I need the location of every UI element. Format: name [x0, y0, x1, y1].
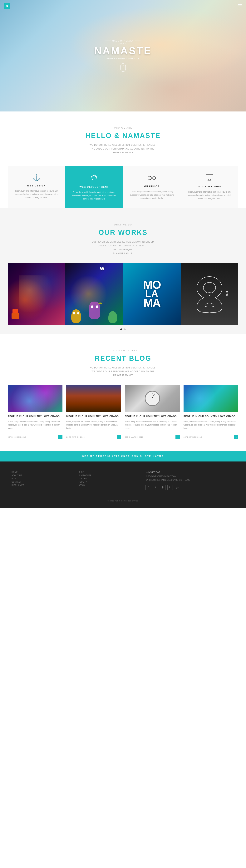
our-works-label: WHAT WE DO: [8, 224, 238, 226]
svg-point-11: [208, 292, 211, 296]
footer-email: INFO@AWESOMECOMPANY.COM: [146, 475, 235, 477]
blog-read-more-3[interactable]: →: [176, 435, 180, 439]
service-graphics[interactable]: GRAPHICS Fresh, lively and informative c…: [123, 166, 181, 208]
footer-col-3: (+1) 5467 765 INFO@AWESOMECOMPANY.COM ON…: [146, 471, 235, 490]
footer-link-freebie[interactable]: FREEBIE: [79, 477, 138, 480]
service-desc-web-dev: Fresh, lively and informative content, i…: [70, 191, 118, 200]
blog-read-more-1[interactable]: →: [58, 435, 62, 439]
footer-link-about[interactable]: ABOUT US: [11, 474, 71, 476]
recent-blog-desc: WE DO NOT BUILD WEBSITES BUT USER EXPERI…: [88, 366, 158, 377]
hero-section: N MADE IN HEAVEN ESTD NAMASTE PROFESSION…: [0, 0, 246, 112]
hero-made-in: MADE IN HEAVEN: [94, 40, 152, 42]
footer-link-disclaimer[interactable]: DISCLAIMER: [11, 484, 71, 486]
footer-link-home[interactable]: HOME: [11, 471, 71, 473]
who-we-are-title: HELLO & NAMASTE: [8, 132, 238, 140]
footer: HOME ABOUT US BLOG CONTACT DISCLAIMER BL…: [0, 462, 246, 507]
service-web-design[interactable]: ⚓ WEB DESIGN Fresh, lively and informati…: [8, 166, 65, 208]
service-name-web-dev: WEB DEVELOPMENT: [70, 186, 118, 188]
footer-link-blog[interactable]: BLOG: [11, 477, 71, 480]
blog-meta-4: 23RD MARCH 2019 →: [184, 433, 238, 439]
footer-address: ON THE OTHER HAND, DENOUNCE RIGHTEOUS: [146, 478, 235, 482]
footer-social-googleplus[interactable]: g+: [175, 485, 180, 490]
blog-grid: PEOPLE IN OUR COUNTRY LOVE CHAOS Fresh, …: [8, 385, 238, 439]
service-web-development[interactable]: WEB DEVELOPMENT Fresh, lively and inform…: [65, 166, 123, 208]
blog-date-3: 23RD MARCH 2019: [125, 436, 143, 438]
hero-subtitle: PROFESSIONAL AGENCY: [94, 57, 152, 60]
footer-social-linkedin[interactable]: in: [167, 485, 173, 490]
footer-link-contact[interactable]: CONTACT: [11, 481, 71, 483]
hero-title: NAMASTE: [94, 45, 152, 57]
who-we-are-desc: WE DO NOT BUILD WEBSITES BUT USER EXPERI…: [88, 143, 158, 155]
footer-columns: HOME ABOUT US BLOG CONTACT DISCLAIMER BL…: [11, 471, 235, 496]
service-name-illustrations: ILLUSTRATIONS: [185, 185, 234, 188]
blog-date-4: 23RD MARCH 2019: [184, 436, 202, 438]
blog-title-2: MEOPLE IN OUR COUNTRY LOVE CHAOS: [66, 414, 121, 418]
service-name-web-design: WEB DESIGN: [12, 184, 61, 187]
our-works-desc: SUSPENDISSE ULTRICES EU MASSA NON INTERD…: [88, 240, 158, 255]
footer-link-news[interactable]: NEWS: [79, 484, 138, 486]
nav-logo[interactable]: N: [4, 3, 10, 9]
blog-thumb-3: [125, 385, 180, 412]
our-works-title: OUR WORKS: [8, 228, 238, 237]
works-grid: W MO LA MA • • •: [8, 263, 238, 324]
hero-content: MADE IN HEAVEN ESTD NAMASTE PROFESSIONAL…: [94, 40, 152, 72]
blog-post-2[interactable]: MEOPLE IN OUR COUNTRY LOVE CHAOS Fresh, …: [66, 385, 121, 439]
our-works-section: WHAT WE DO OUR WORKS SUSPENDISSE ULTRICE…: [0, 208, 246, 334]
recent-blog-section: OUR RECENT POSTS RECENT BLOG WE DO NOT B…: [0, 334, 246, 451]
blog-title-1: PEOPLE IN OUR COUNTRY LOVE CHAOS: [8, 414, 62, 418]
svg-line-8: [208, 179, 209, 180]
service-illustrations[interactable]: ILLUSTRATIONS Fresh, lively and informat…: [181, 166, 238, 208]
blog-text-1: Fresh, lively and informative content, i…: [8, 420, 62, 430]
footer-phone: (+1) 5467 765: [146, 471, 235, 474]
blog-meta-1: 23RD MARCH 2019 →: [8, 433, 62, 439]
footer-social-facebook[interactable]: f: [146, 485, 151, 490]
work-item-4[interactable]: time: [181, 263, 238, 324]
blog-post-3[interactable]: 3EOPLE IN OUR COUNTRY LOVE CHAOS Fresh, …: [125, 385, 180, 439]
recent-blog-label: OUR RECENT POSTS: [8, 350, 238, 352]
nav-hamburger[interactable]: [238, 4, 242, 7]
cta-banner: SED UT PERSPICIATIS UNDE OMNIS ISTE NATU…: [0, 451, 246, 462]
blog-post-1[interactable]: PEOPLE IN OUR COUNTRY LOVE CHAOS Fresh, …: [8, 385, 62, 439]
blog-post-4[interactable]: PEOPLE IN OUR COUNTRY LOVE CHAOS Fresh, …: [184, 385, 238, 439]
footer-social-links: f t in g+: [146, 485, 235, 490]
footer-copyright: © 2019 ALL RIGHTS RESERVED: [107, 500, 139, 502]
footer-bottom: © 2019 ALL RIGHTS RESERVED: [11, 496, 235, 502]
hero-nav: N: [0, 0, 246, 11]
footer-link-photography[interactable]: PHOTOGRAPHY: [79, 474, 138, 476]
work-dot-2[interactable]: [124, 329, 126, 331]
hero-established: ESTD: [94, 43, 152, 44]
service-desc-illustrations: Fresh, lively and informative content, i…: [185, 190, 234, 200]
services-section: ⚓ WEB DESIGN Fresh, lively and informati…: [8, 166, 238, 208]
hero-scroll-indicator: [120, 63, 126, 72]
svg-point-12: [162, 487, 163, 488]
blog-text-4: Fresh, lively and informative content, i…: [184, 420, 238, 430]
cta-text: SED UT PERSPICIATIS UNDE OMNIS ISTE NATU…: [8, 455, 238, 457]
footer-link-blog2[interactable]: BLOG: [79, 471, 138, 473]
work-item-3[interactable]: MO LA MA • • •: [123, 263, 181, 324]
clock-decoration: [145, 391, 160, 406]
blog-title-4: PEOPLE IN OUR COUNTRY LOVE CHAOS: [184, 414, 238, 418]
blog-text-3: Fresh, lively and informative content, i…: [125, 420, 180, 430]
service-name-graphics: GRAPHICS: [128, 185, 176, 188]
svg-line-9: [210, 179, 211, 180]
work-item-1[interactable]: [8, 263, 65, 324]
footer-social-twitter[interactable]: t: [153, 485, 158, 490]
blog-read-more-4[interactable]: →: [234, 435, 238, 439]
recent-blog-title: RECENT BLOG: [8, 354, 238, 363]
blog-text-2: Fresh, lively and informative content, i…: [66, 420, 121, 430]
work-dot-1[interactable]: [120, 329, 122, 331]
blog-meta-3: 23RD MARCH 2019 →: [125, 433, 180, 439]
who-we-are-label: WHO WE ARE: [8, 127, 238, 129]
blog-date-2: 23RD MARCH 2019: [66, 436, 85, 438]
blog-read-more-2[interactable]: →: [117, 435, 121, 439]
svg-rect-7: [206, 174, 213, 179]
service-icon-diamond: [70, 174, 118, 183]
svg-point-3: [152, 176, 156, 180]
service-icon-anchor: ⚓: [12, 174, 61, 181]
work-item-2[interactable]: W: [65, 263, 123, 324]
service-icon-glasses: [128, 174, 176, 182]
footer-col-1: HOME ABOUT US BLOG CONTACT DISCLAIMER: [11, 471, 71, 490]
footer-link-jquery[interactable]: JQUERY: [79, 481, 138, 483]
who-we-are-section: WHO WE ARE HELLO & NAMASTE WE DO NOT BUI…: [0, 112, 246, 166]
footer-social-github[interactable]: [160, 485, 165, 490]
